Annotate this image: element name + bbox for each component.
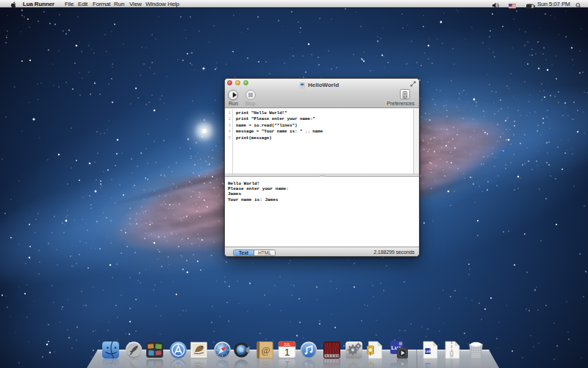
svg-text:ZIP: ZIP <box>450 355 453 358</box>
svg-text:@: @ <box>262 344 270 355</box>
svg-text:1: 1 <box>284 347 290 358</box>
svg-text:JUL: JUL <box>284 342 290 347</box>
